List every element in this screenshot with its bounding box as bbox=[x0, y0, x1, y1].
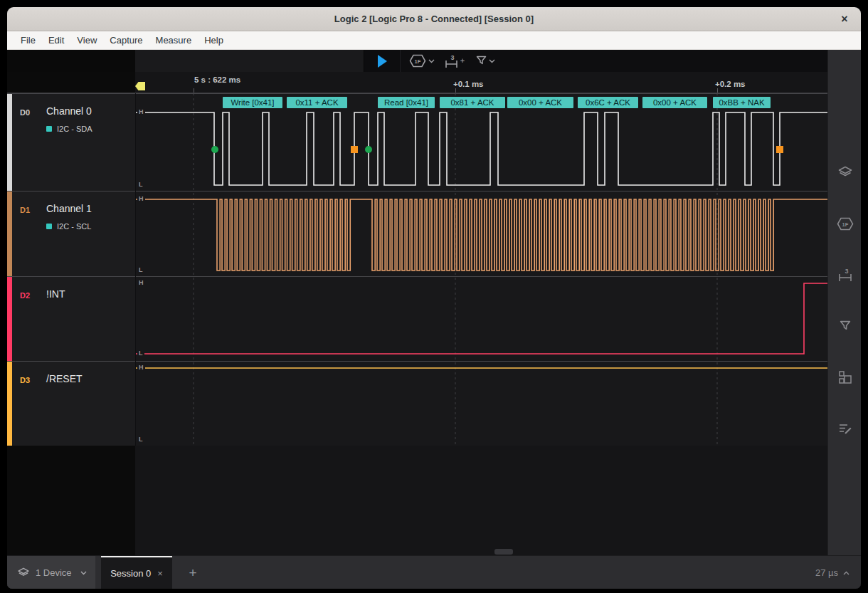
channel-id-label: D2 bbox=[20, 291, 30, 300]
channel-row-d3[interactable]: D3/RESET bbox=[7, 361, 135, 446]
analyzer-name-label: I2C - SDA bbox=[57, 125, 92, 133]
measurement-icon: 3 bbox=[837, 268, 853, 282]
channel-name-label: /RESET bbox=[46, 373, 83, 384]
analyzer-name-label: I2C - SCL bbox=[57, 222, 91, 231]
scale-low-label: L bbox=[137, 436, 144, 443]
channel-row-d0[interactable]: D0Channel 0I2C - SDA bbox=[7, 93, 135, 191]
ruler-tick bbox=[717, 88, 718, 93]
funnel-icon bbox=[476, 56, 487, 66]
add-measurement-button[interactable]: 3 + bbox=[445, 54, 466, 68]
app-window: Logic 2 [Logic Pro 8 - Connected] [Sessi… bbox=[7, 7, 861, 589]
analyzer-chip-icon bbox=[46, 224, 52, 229]
analyzer-row[interactable]: I2C - SDA bbox=[46, 125, 92, 133]
session-tab-label: Session 0 bbox=[110, 568, 151, 579]
scale-high-label: H bbox=[137, 109, 145, 115]
bottom-bar: 1 Device Session 0 × + 27 µs bbox=[7, 555, 861, 589]
display-radix-button[interactable]: 1F bbox=[409, 54, 435, 68]
panel-divider bbox=[135, 93, 136, 446]
close-icon[interactable]: × bbox=[837, 12, 852, 26]
measurement-icon: 3 + bbox=[445, 54, 466, 68]
scale-high-label: H bbox=[137, 280, 145, 286]
i2c-decode-bubble: 0x00 + ACK bbox=[642, 97, 707, 108]
chevron-up-icon bbox=[843, 571, 850, 575]
menu-item-view[interactable]: View bbox=[70, 31, 103, 49]
channel-color-stripe bbox=[7, 93, 12, 191]
sidebar-extensions-button[interactable] bbox=[837, 369, 854, 386]
menu-item-file[interactable]: File bbox=[14, 31, 42, 49]
capture-toolbar: 1F 3 + bbox=[7, 50, 827, 72]
row-separator bbox=[7, 191, 827, 191]
svg-text:1F: 1F bbox=[842, 221, 849, 227]
close-tab-icon[interactable]: × bbox=[157, 568, 163, 579]
svg-text:3: 3 bbox=[450, 54, 454, 61]
hexagon-radix-icon: 1F bbox=[409, 54, 426, 68]
row-separator bbox=[7, 361, 827, 362]
sidebar-notes-button[interactable] bbox=[837, 420, 854, 437]
i2c-start-marker bbox=[211, 146, 218, 153]
toolbar-mid-spacer bbox=[135, 50, 364, 72]
layers-icon bbox=[17, 567, 30, 578]
i2c-decode-bubble: Read [0x41] bbox=[378, 97, 435, 108]
chevron-down-icon bbox=[428, 59, 435, 63]
channel-id-label: D0 bbox=[20, 108, 30, 117]
title-bar[interactable]: Logic 2 [Logic Pro 8 - Connected] [Sessi… bbox=[7, 7, 861, 31]
i2c-decode-bubble: 0x6C + ACK bbox=[578, 97, 638, 108]
panel-below-spacer bbox=[7, 446, 135, 555]
menu-item-edit[interactable]: Edit bbox=[42, 31, 70, 49]
i2c-decode-bubble: 0xBB + NAK bbox=[713, 97, 771, 108]
zoom-level-control[interactable]: 27 µs bbox=[815, 556, 850, 589]
main-content: 1F 3 + bbox=[7, 50, 861, 589]
waveform-d1 bbox=[135, 199, 827, 271]
scale-high-label: H bbox=[137, 364, 145, 371]
analyzer-chip-icon bbox=[46, 126, 52, 132]
scale-low-label: L bbox=[137, 267, 144, 273]
timing-marker-button[interactable] bbox=[476, 56, 495, 66]
scale-low-label: L bbox=[137, 182, 144, 188]
menu-item-capture[interactable]: Capture bbox=[103, 31, 149, 49]
sidebar-analyzers-button[interactable]: 1F bbox=[837, 215, 854, 232]
ruler-left-spacer bbox=[7, 72, 135, 93]
chevron-down-icon bbox=[489, 59, 495, 63]
window-title: Logic 2 [Logic Pro 8 - Connected] [Sessi… bbox=[334, 14, 534, 24]
device-selector[interactable]: 1 Device bbox=[7, 556, 95, 589]
start-capture-button[interactable] bbox=[364, 50, 401, 72]
analyzer-row[interactable]: I2C - SCL bbox=[46, 222, 91, 231]
channel-id-label: D3 bbox=[20, 376, 30, 384]
menu-bar: FileEditViewCaptureMeasureHelp bbox=[7, 31, 861, 50]
ruler-tick-label: +0.2 ms bbox=[715, 80, 746, 88]
chevron-down-icon bbox=[80, 571, 87, 575]
channel-row-d2[interactable]: D2!INT bbox=[7, 276, 135, 361]
sidebar-measurements-button[interactable]: 3 bbox=[837, 266, 854, 283]
hexagon-radix-icon: 1F bbox=[837, 217, 854, 231]
new-session-button[interactable]: + bbox=[182, 556, 203, 589]
funnel-icon bbox=[840, 320, 851, 332]
tab-session-0[interactable]: Session 0 × bbox=[101, 556, 172, 589]
horizontal-scrollbar[interactable] bbox=[494, 549, 513, 555]
row-separator bbox=[7, 93, 827, 94]
waveform-canvas[interactable]: Write [0x41]0x11 + ACKRead [0x41]0x81 + … bbox=[135, 93, 827, 446]
scale-low-label: L bbox=[137, 350, 144, 357]
sidebar-timing-markers-button[interactable] bbox=[837, 318, 854, 335]
channel-row-d1[interactable]: D1Channel 1I2C - SCL bbox=[7, 191, 135, 276]
toolbar-left-spacer bbox=[7, 50, 135, 72]
device-count-label: 1 Device bbox=[36, 567, 72, 578]
channel-color-stripe bbox=[7, 361, 12, 446]
channel-name-label: Channel 0 bbox=[46, 105, 92, 117]
menu-item-measure[interactable]: Measure bbox=[149, 31, 199, 49]
ruler-tick-label: +0.1 ms bbox=[453, 80, 484, 88]
menu-item-help[interactable]: Help bbox=[198, 31, 230, 49]
canvas-below-spacer bbox=[135, 446, 827, 555]
channel-color-stripe bbox=[7, 191, 12, 276]
scale-high-label: H bbox=[137, 196, 145, 202]
svg-text:3: 3 bbox=[845, 268, 848, 275]
channel-name-label: !INT bbox=[46, 288, 65, 300]
time-ruler[interactable]: 5 s : 622 ms +0.1 ms+0.2 ms bbox=[7, 72, 827, 93]
i2c-decode-bubble: 0x81 + ACK bbox=[440, 97, 505, 108]
sidebar-devices-button[interactable] bbox=[837, 164, 854, 181]
ruler-origin-label: 5 s : 622 ms bbox=[194, 75, 240, 84]
channel-color-stripe bbox=[7, 276, 12, 361]
i2c-stop-marker bbox=[351, 146, 358, 153]
right-sidebar: 1F 3 bbox=[827, 50, 861, 555]
extensions-icon bbox=[838, 370, 852, 384]
play-icon bbox=[377, 55, 388, 68]
